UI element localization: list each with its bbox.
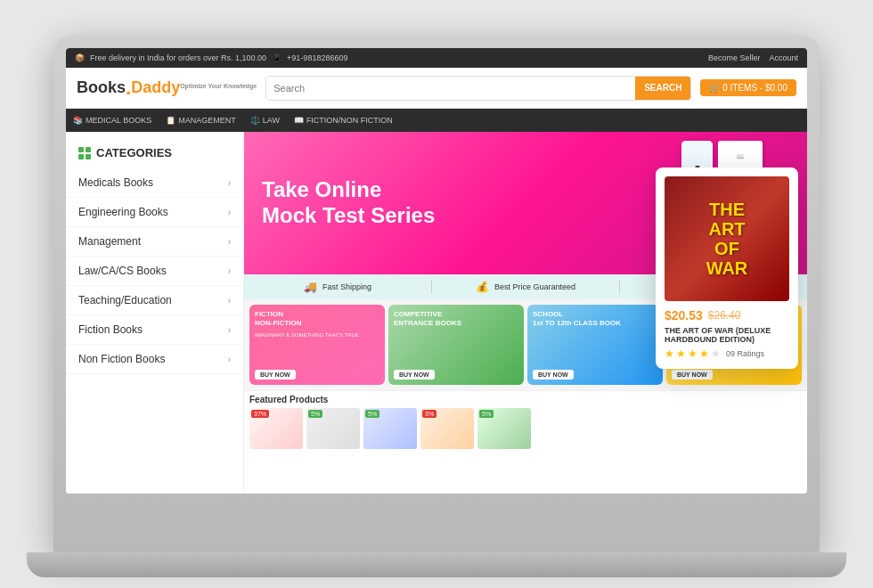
cover-line2: ART bbox=[708, 219, 745, 239]
tile-competitive-buy[interactable]: BUY NOW bbox=[394, 370, 435, 380]
search-input[interactable] bbox=[266, 77, 635, 100]
tile-children-buy[interactable]: BUY NOW bbox=[672, 370, 713, 380]
logo-sub: Optimize Your Knowledge bbox=[180, 83, 257, 89]
product-thumb-3[interactable]: 5% bbox=[363, 408, 417, 449]
search-button[interactable]: SEARCH bbox=[635, 77, 690, 100]
book-cover-text: THE ART OF WAR bbox=[706, 200, 748, 278]
star-rating: ★ ★ ★ ★ ★ 09 Ratings bbox=[665, 347, 789, 360]
sidebar-item-medicals[interactable]: Medicals Books › bbox=[66, 168, 243, 198]
shipping-icon: 🚚 bbox=[304, 281, 317, 293]
tile-fiction-label: FICTION NON-FICTION bbox=[249, 305, 385, 332]
banner-text: Take Online Mock Test Series bbox=[262, 177, 435, 229]
sidebar-teaching-label: Teaching/Education bbox=[78, 294, 172, 306]
medical-icon: 📚 bbox=[73, 116, 83, 125]
product-thumb-4[interactable]: 3% bbox=[420, 408, 474, 449]
logo[interactable]: Books . Daddy Optimize Your Knowledge bbox=[77, 77, 257, 100]
feature-price: 💰 Best Price Guaranteed bbox=[432, 281, 620, 293]
tile-fiction[interactable]: FICTION NON-FICTION IMAGINARY & SOMETHIN… bbox=[249, 305, 385, 385]
sidebar-item-teaching[interactable]: Teaching/Education › bbox=[66, 286, 243, 315]
chevron-right-icon: › bbox=[228, 355, 231, 364]
tile-fiction-sub: IMAGINARY & SOMETHING THAT'S TRUE bbox=[249, 332, 385, 338]
nav-item-law[interactable]: ⚖️ LAW bbox=[250, 116, 280, 125]
banner-headline: Take Online Mock Test Series bbox=[262, 177, 435, 229]
sidebar-nonfiction-label: Non Fiction Books bbox=[78, 353, 165, 365]
fiction-icon: 📖 bbox=[294, 116, 304, 125]
phone-text: +91-9818286609 bbox=[287, 53, 347, 62]
sidebar-item-nonfiction[interactable]: Non Fiction Books › bbox=[66, 345, 243, 374]
discount-badge-5: 5% bbox=[479, 410, 494, 418]
book-card: THE ART OF WAR $20.53 $26.40 THE ART OF … bbox=[656, 167, 798, 369]
sidebar-law-label: Law/CA/CS Books bbox=[78, 265, 167, 277]
cover-line3: OF bbox=[714, 239, 739, 258]
price-old: $26.40 bbox=[708, 309, 741, 322]
product-thumb-1[interactable]: 37% bbox=[249, 408, 303, 449]
discount-badge-1: 37% bbox=[251, 410, 269, 418]
nav-item-medical[interactable]: 📚 MEDICAL BOOKS bbox=[73, 116, 151, 125]
feature-shipping: 🚚 Fast Shipping bbox=[244, 281, 432, 293]
product-thumb-2[interactable]: 5% bbox=[306, 408, 360, 449]
sidebar-fiction-label: Fiction Books bbox=[78, 323, 143, 336]
nav-item-management[interactable]: 📋 MANAGEMENT bbox=[166, 116, 236, 125]
delivery-icon: 📦 bbox=[75, 53, 85, 62]
discount-badge-3: 5% bbox=[365, 410, 379, 418]
price-label: Best Price Guaranteed bbox=[494, 282, 575, 291]
laptop-base bbox=[27, 552, 846, 577]
cover-line1: THE bbox=[709, 200, 745, 219]
featured-label: Featured Products bbox=[249, 395, 802, 404]
price-new: $20.53 bbox=[665, 308, 703, 323]
book-title: THE ART OF WAR (DELUXE HARDBOUND EDITION… bbox=[665, 326, 789, 344]
header: Books . Daddy Optimize Your Knowledge SE… bbox=[66, 68, 807, 109]
star-4: ★ bbox=[699, 347, 709, 360]
book-cover: THE ART OF WAR bbox=[665, 176, 789, 301]
sidebar-item-engineering[interactable]: Engineering Books › bbox=[66, 198, 243, 227]
discount-badge-2: 5% bbox=[308, 410, 322, 418]
shipping-label: Fast Shipping bbox=[322, 282, 371, 291]
sidebar-item-law[interactable]: Law/CA/CS Books › bbox=[66, 257, 243, 286]
categories-label: CATEGORIES bbox=[96, 146, 172, 159]
nav-fiction-label: FICTION/NON FICTION bbox=[306, 116, 393, 125]
tile-school-label: SCHOOL 1st TO 12th CLASS BOOK bbox=[527, 305, 663, 332]
chevron-right-icon: › bbox=[228, 266, 231, 276]
phone-icon: 📱 bbox=[272, 53, 281, 62]
account-link[interactable]: Account bbox=[769, 53, 798, 62]
product-thumb-5[interactable]: 5% bbox=[477, 408, 531, 449]
product-thumbnails: 37% 5% 5% 3% 5% bbox=[249, 408, 802, 449]
delivery-text: Free delivery in India for orders over R… bbox=[90, 53, 266, 62]
nav-medical-label: MEDICAL BOOKS bbox=[86, 116, 151, 125]
star-5: ★ bbox=[711, 347, 721, 360]
become-seller-link[interactable]: Become Seller bbox=[708, 53, 761, 62]
tile-competitive-label: COMPETITIVE ENTRANCE BOOKS bbox=[388, 305, 524, 332]
chevron-right-icon: › bbox=[228, 325, 231, 335]
tile-school-buy[interactable]: BUY NOW bbox=[533, 370, 574, 380]
chevron-right-icon: › bbox=[228, 178, 231, 188]
logo-daddy: Daddy bbox=[131, 78, 180, 97]
chevron-right-icon: › bbox=[228, 237, 231, 247]
search-bar[interactable]: SEARCH bbox=[265, 76, 691, 101]
tile-school[interactable]: SCHOOL 1st TO 12th CLASS BOOK BUY NOW bbox=[527, 305, 663, 385]
star-2: ★ bbox=[676, 347, 686, 360]
laptop-frame: 📦 Free delivery in India for orders over… bbox=[53, 36, 820, 552]
cover-line4: WAR bbox=[706, 258, 748, 278]
nav-law-label: LAW bbox=[263, 116, 280, 125]
cart-icon: 🛒 bbox=[709, 83, 720, 93]
nav-management-label: MANAGEMENT bbox=[178, 116, 236, 125]
grid-icon bbox=[78, 147, 91, 159]
price-icon: 💰 bbox=[476, 281, 489, 293]
top-bar-right: Become Seller Account bbox=[708, 53, 798, 62]
sidebar-item-management[interactable]: Management › bbox=[66, 227, 243, 257]
tile-fiction-buy[interactable]: BUY NOW bbox=[255, 370, 296, 380]
sidebar-medicals-label: Medicals Books bbox=[78, 176, 153, 189]
chevron-right-icon: › bbox=[228, 296, 231, 306]
discount-badge-4: 3% bbox=[422, 410, 436, 418]
top-bar-left: 📦 Free delivery in India for orders over… bbox=[75, 53, 347, 62]
cart-button[interactable]: 🛒 0 ITEMS - $0.00 bbox=[700, 79, 796, 96]
nav-item-fiction[interactable]: 📖 FICTION/NON FICTION bbox=[294, 116, 393, 125]
sidebar-title: CATEGORIES bbox=[66, 141, 243, 168]
featured-strip: Featured Products 37% 5% 5% 3% bbox=[244, 390, 807, 453]
cart-label: 0 ITEMS - $0.00 bbox=[722, 83, 787, 93]
sidebar-item-fiction[interactable]: Fiction Books › bbox=[66, 315, 243, 345]
star-3: ★ bbox=[688, 347, 698, 360]
tile-competitive[interactable]: COMPETITIVE ENTRANCE BOOKS BUY NOW bbox=[388, 305, 524, 385]
top-bar: 📦 Free delivery in India for orders over… bbox=[66, 48, 807, 68]
sidebar-management-label: Management bbox=[78, 235, 141, 248]
